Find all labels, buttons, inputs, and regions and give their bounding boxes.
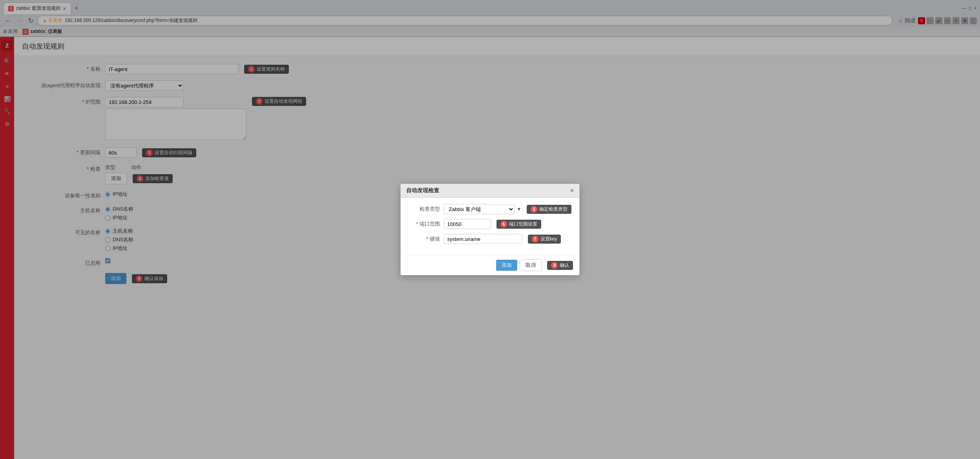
modal-footer-buttons: 添加 取消 8 确认 — [496, 259, 573, 271]
modal-check-type-label: 检查类型 — [409, 206, 440, 213]
annotation-7: 7 设置key — [528, 235, 561, 244]
modal-port-range-label: 端口范围 — [409, 220, 440, 228]
modal-check-type-row: 检查类型 Zabbix 客户端 ICMP ping SSH Telnet HTT… — [409, 204, 572, 214]
check-type-select[interactable]: Zabbix 客户端 ICMP ping SSH Telnet HTTP — [444, 204, 515, 214]
modal-overlay[interactable]: 自动发现检查 × 检查类型 Zabbix 客户端 ICMP ping SSH T… — [0, 0, 980, 459]
discovery-check-modal: 自动发现检查 × 检查类型 Zabbix 客户端 ICMP ping SSH T… — [400, 184, 580, 275]
modal-body: 检查类型 Zabbix 客户端 ICMP ping SSH Telnet HTT… — [401, 198, 580, 255]
port-range-input[interactable] — [444, 219, 491, 229]
modal-port-range-group: 6 端口范围设置 — [444, 219, 541, 229]
chevron-down-icon: ▼ — [517, 206, 522, 212]
badge-7: 7 — [532, 236, 538, 242]
modal-key-group: 7 设置key — [444, 234, 561, 244]
modal-port-range-row: 端口范围 6 端口范围设置 — [409, 219, 572, 229]
modal-key-row: 键值 7 设置key — [409, 234, 572, 244]
badge-8: 8 — [551, 262, 558, 269]
badge-5: 5 — [531, 206, 537, 213]
annotation-8: 8 确认 — [547, 261, 573, 270]
key-input[interactable] — [444, 234, 522, 244]
modal-title: 自动发现检查 — [406, 187, 439, 194]
annotation-7-text: 设置key — [540, 236, 557, 242]
badge-6: 6 — [500, 221, 507, 228]
annotation-8-text: 确认 — [560, 262, 569, 269]
modal-check-type-group: Zabbix 客户端 ICMP ping SSH Telnet HTTP ▼ 5… — [444, 204, 572, 214]
modal-add-button[interactable]: 添加 — [496, 260, 517, 271]
annotation-6: 6 端口范围设置 — [496, 220, 541, 229]
modal-header: 自动发现检查 × — [401, 184, 580, 198]
modal-cancel-button[interactable]: 取消 — [520, 259, 542, 271]
modal-close-button[interactable]: × — [570, 187, 574, 194]
annotation-6-text: 端口范围设置 — [509, 221, 537, 228]
modal-footer: 添加 取消 8 确认 — [401, 255, 580, 275]
annotation-5-text: 确定检查类型 — [539, 206, 568, 213]
modal-key-label: 键值 — [409, 235, 440, 242]
annotation-5: 5 确定检查类型 — [527, 205, 571, 214]
